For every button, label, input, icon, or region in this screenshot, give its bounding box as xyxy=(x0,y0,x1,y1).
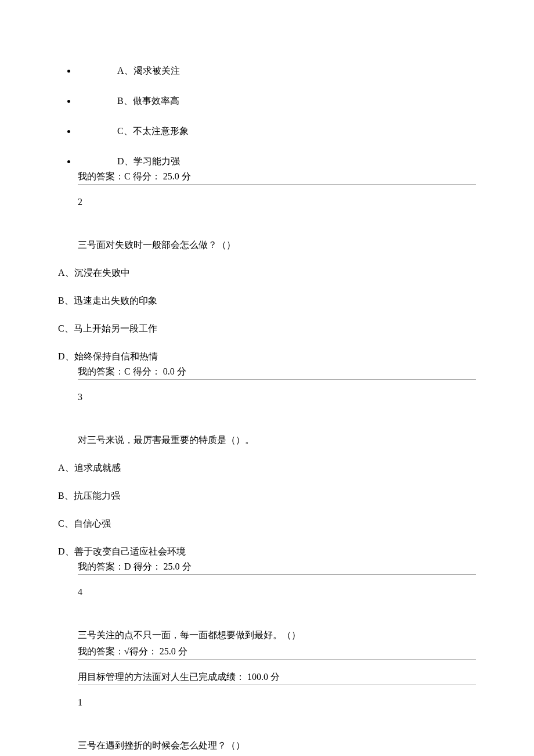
q2-answer: 我的答案：C 得分： 0.0 分 xyxy=(58,365,476,379)
divider xyxy=(78,659,476,660)
q3-text: 对三号来说，最厉害最重要的特质是（）。 xyxy=(58,433,476,447)
divider xyxy=(78,574,476,575)
q2-option-a: A、沉浸在失败中 xyxy=(58,266,476,280)
q4-number: 4 xyxy=(58,585,476,599)
q2-number: 2 xyxy=(58,195,476,209)
q2-text: 三号面对失败时一般部会怎么做？（） xyxy=(58,238,476,252)
q1-option-a: A、渴求被关注 xyxy=(77,64,476,78)
q3-option-d: D、善于改变自己适应社会环境 xyxy=(58,545,476,559)
q3-option-c: C、自信心强 xyxy=(58,517,476,531)
q1-option-c-text: C、不太注意形象 xyxy=(77,126,189,136)
q2-option-b: B、迅速走出失败的印象 xyxy=(58,294,476,308)
q2-option-c: C、马上开始另一段工作 xyxy=(58,322,476,336)
q1-option-d-text: D、学习能力强 xyxy=(77,156,180,166)
q3-number: 3 xyxy=(58,390,476,404)
q3-answer: 我的答案：D 得分： 25.0 分 xyxy=(58,560,476,574)
q1-option-d: D、学习能力强 xyxy=(77,154,476,168)
q4-answer: 我的答案：√得分： 25.0 分 xyxy=(58,645,476,658)
q1-option-b: B、做事效率高 xyxy=(77,94,476,108)
q2-option-d: D、始终保持自信和热情 xyxy=(58,350,476,363)
section-title: 用目标管理的方法面对人生已完成成绩： 100.0 分 xyxy=(58,670,476,684)
divider xyxy=(78,685,476,685)
q4-text: 三号关注的点不只一面，每一面都想要做到最好。（） xyxy=(58,628,476,642)
q3-option-a: A、追求成就感 xyxy=(58,461,476,475)
q2-options: A、沉浸在失败中 B、迅速走出失败的印象 C、马上开始另一段工作 D、始终保持自… xyxy=(58,266,476,363)
q5-number: 1 xyxy=(58,696,476,710)
q1-option-b-text: B、做事效率高 xyxy=(77,96,179,106)
q1-answer: 我的答案：C 得分： 25.0 分 xyxy=(58,170,476,183)
q3-option-b: B、抗压能力强 xyxy=(58,489,476,503)
q3-options: A、追求成就感 B、抗压能力强 C、自信心强 D、善于改变自己适应社会环境 xyxy=(58,461,476,559)
q1-options: A、渴求被关注 B、做事效率高 C、不太注意形象 D、学习能力强 xyxy=(58,64,476,168)
q1-option-c: C、不太注意形象 xyxy=(77,124,476,138)
divider xyxy=(78,184,476,185)
q1-option-a-text: A、渴求被关注 xyxy=(77,66,180,75)
divider xyxy=(78,379,476,380)
q5-text: 三号在遇到挫折的时候会怎么处理？（） xyxy=(58,739,476,753)
